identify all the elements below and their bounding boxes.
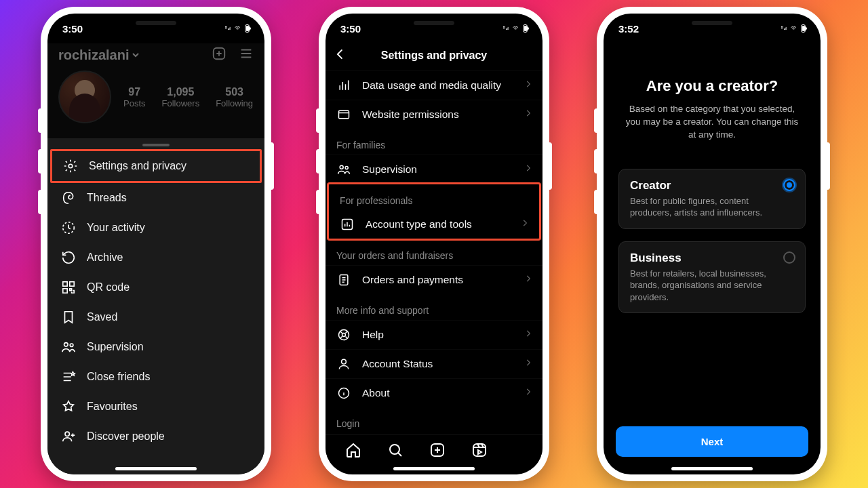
svg-rect-20 [506, 28, 507, 30]
next-button[interactable]: Next [616, 426, 808, 457]
svg-rect-40 [785, 28, 785, 30]
hamburger-menu-button[interactable] [239, 46, 254, 64]
svg-point-13 [64, 343, 68, 347]
home-indicator[interactable] [671, 467, 753, 470]
help-icon [336, 328, 351, 342]
menu-label: Saved [87, 311, 117, 323]
svg-rect-16 [503, 26, 504, 27]
menu-qr-code[interactable]: QR code [50, 272, 262, 302]
profile-avatar[interactable] [58, 70, 111, 123]
svg-rect-35 [781, 26, 782, 27]
menu-label: Discover people [87, 430, 165, 443]
battery-icon [245, 24, 250, 33]
option-desc: Best for retailers, local businesses, br… [630, 268, 772, 304]
row-account-type-tools[interactable]: Account type and tools [329, 210, 539, 239]
home-indicator[interactable] [115, 467, 197, 470]
svg-rect-10 [63, 282, 67, 286]
stat-posts[interactable]: 97Posts [123, 86, 146, 108]
menu-label: Settings and privacy [89, 160, 186, 172]
status-icons [781, 24, 806, 33]
section-support: More info and support [326, 294, 542, 320]
menu-your-activity[interactable]: Your activity [50, 213, 262, 243]
menu-label: Your activity [87, 222, 145, 234]
supervision-icon [336, 163, 351, 176]
nav-home[interactable] [345, 442, 361, 461]
home-indicator[interactable] [393, 467, 475, 470]
option-creator[interactable]: Creator Best for public figures, content… [618, 169, 806, 229]
row-website-permissions[interactable]: Website permissions [326, 100, 542, 129]
highlight-professionals: For professionals Account type and tools [327, 182, 541, 241]
status-time: 3:50 [340, 23, 361, 35]
phone-profile-menu: 3:50 rochizalani [41, 7, 271, 481]
chevron-right-icon [520, 218, 530, 230]
svg-point-14 [70, 344, 73, 347]
back-button[interactable] [334, 47, 347, 64]
notch [383, 14, 485, 33]
settings-title: Settings and privacy [381, 49, 488, 62]
phone-settings: 3:50 Settings and privacy Data usage and… [319, 7, 549, 481]
creator-subtitle: Based on the category that you selected,… [616, 103, 808, 142]
nav-search[interactable] [387, 442, 403, 461]
menu-supervision[interactable]: Supervision [50, 332, 262, 362]
menu-label: Archive [87, 251, 123, 264]
row-about[interactable]: About [326, 378, 542, 407]
settings-list: Data usage and media quality Website per… [326, 70, 542, 429]
radio-selected-icon [783, 179, 795, 191]
chevron-down-icon [132, 51, 140, 59]
svg-point-24 [340, 165, 343, 169]
menu-settings-and-privacy[interactable]: Settings and privacy [50, 149, 262, 183]
nav-create[interactable] [429, 442, 446, 461]
row-data-usage[interactable]: Data usage and media quality [326, 70, 542, 100]
menu-saved[interactable]: Saved [50, 302, 262, 332]
status-time: 3:50 [62, 23, 83, 35]
row-account-status[interactable]: Account Status [326, 349, 542, 378]
menu-close-friends[interactable]: Close friends [50, 362, 262, 392]
nav-profile[interactable] [513, 445, 523, 458]
row-supervision[interactable]: Supervision [326, 155, 542, 184]
option-business[interactable]: Business Best for retailers, local busin… [618, 241, 806, 314]
create-post-button[interactable] [212, 46, 226, 64]
bars-icon [336, 79, 351, 92]
menu-archive[interactable]: Archive [50, 243, 262, 272]
svg-rect-4 [228, 28, 229, 30]
svg-rect-11 [70, 282, 74, 286]
stat-following[interactable]: 503Following [216, 86, 253, 108]
section-login: Login [326, 407, 542, 429]
status-time: 3:52 [618, 23, 639, 35]
menu-favourites[interactable]: Favourites [50, 392, 262, 422]
chevron-right-icon [524, 79, 533, 92]
bottom-sheet: Settings and privacy Threads Your activi… [47, 138, 264, 474]
stat-followers[interactable]: 1,095Followers [162, 86, 200, 108]
signal-dual-icon [781, 26, 787, 30]
menu-threads[interactable]: Threads [50, 183, 262, 213]
menu-discover-people[interactable]: Discover people [50, 422, 262, 451]
svg-point-8 [68, 164, 73, 168]
chevron-right-icon [524, 163, 533, 176]
bookmark-icon [61, 310, 76, 325]
section-professionals: For professionals [329, 184, 539, 210]
phone-creator-choice: 3:52 Are you a creator? Based on the cat… [597, 7, 827, 481]
menu-label: Close friends [87, 371, 150, 383]
battery-icon [801, 24, 806, 33]
svg-point-25 [345, 166, 348, 169]
chevron-right-icon [524, 108, 533, 121]
section-orders: Your orders and fundraisers [326, 239, 542, 265]
star-icon [61, 399, 76, 414]
notch [105, 14, 207, 33]
row-help[interactable]: Help [326, 320, 542, 349]
receipt-icon [336, 273, 351, 287]
svg-rect-6 [230, 27, 231, 30]
svg-rect-38 [783, 28, 783, 28]
svg-rect-17 [505, 26, 505, 27]
row-orders-payments[interactable]: Orders and payments [326, 265, 542, 294]
option-desc: Best for public figures, content produce… [630, 195, 772, 219]
radio-unselected-icon [783, 251, 795, 264]
svg-rect-41 [786, 27, 787, 30]
sheet-drag-handle[interactable] [142, 144, 170, 146]
nav-reels[interactable] [471, 442, 488, 461]
person-icon [336, 357, 351, 371]
username-dropdown[interactable]: rochizalani [58, 47, 140, 63]
next-button-label: Next [701, 436, 724, 447]
archive-icon [61, 250, 76, 265]
chevron-right-icon [524, 358, 533, 370]
